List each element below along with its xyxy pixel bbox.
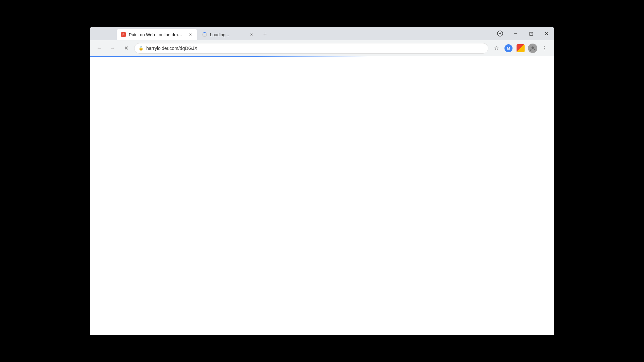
tab-loading[interactable]: Loading... ✕ xyxy=(198,29,258,40)
more-icon: ⋮ xyxy=(542,45,547,51)
downloads-button[interactable] xyxy=(492,27,508,40)
maximize-button[interactable]: ⊡ xyxy=(523,27,539,40)
tab-favicon-loading xyxy=(202,32,207,37)
profile-avatar xyxy=(528,44,537,53)
profile-button[interactable] xyxy=(527,43,538,54)
lock-icon: 🔒 xyxy=(139,46,144,51)
extension-icon xyxy=(517,44,525,52)
minimize-button[interactable]: − xyxy=(508,27,523,40)
more-button[interactable]: ⋮ xyxy=(539,43,550,54)
forward-button[interactable]: → xyxy=(107,43,118,54)
new-tab-button[interactable]: + xyxy=(260,29,270,39)
bookmark-icon: ☆ xyxy=(494,45,499,51)
address-bar[interactable]: 🔒 harryloider.com/dqDGJX xyxy=(134,43,488,54)
bookmark-button[interactable]: ☆ xyxy=(491,43,502,54)
close-button[interactable]: ✕ xyxy=(539,27,554,40)
svg-point-1 xyxy=(532,46,534,49)
tab-paint-close[interactable]: ✕ xyxy=(187,32,193,38)
window-controls: − ⊡ ✕ xyxy=(492,27,554,40)
tab-paint[interactable]: P Paint on Web - online draw - Ch... ✕ xyxy=(117,29,197,40)
toolbar: ← → ✕ 🔒 harryloider.com/dqDGJX ☆ M xyxy=(90,40,554,56)
reload-button[interactable]: ✕ xyxy=(121,43,131,54)
extension-button[interactable] xyxy=(515,43,526,54)
tab-paint-label: Paint on Web - online draw - Ch... xyxy=(129,32,184,37)
tab-loading-close[interactable]: ✕ xyxy=(248,32,254,38)
toolbar-actions: ☆ M ⋮ xyxy=(491,43,550,54)
tab-bar: P Paint on Web - online draw - Ch... ✕ L… xyxy=(90,27,554,40)
gmail-icon: M xyxy=(504,44,513,52)
back-button[interactable]: ← xyxy=(94,43,105,54)
browser-window: P Paint on Web - online draw - Ch... ✕ L… xyxy=(90,27,554,335)
tab-favicon-paint: P xyxy=(121,32,126,37)
tab-loading-label: Loading... xyxy=(210,32,246,37)
page-loading-bar xyxy=(90,56,368,57)
address-text: harryloider.com/dqDGJX xyxy=(146,46,484,51)
gmail-button[interactable]: M xyxy=(503,43,514,54)
page-content xyxy=(90,56,554,335)
